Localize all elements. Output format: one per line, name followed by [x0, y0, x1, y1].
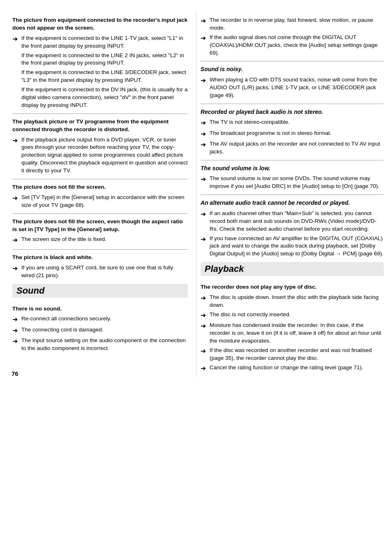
- bullet-text: If an audio channel other than "Main+Sub…: [210, 210, 384, 233]
- section-title-audio-not-stereo: Recorded or played back audio is not ste…: [201, 108, 384, 116]
- section-title-aspect: The picture does not fill the screen, ev…: [12, 218, 188, 234]
- sub-paragraph-dvin: If the equipment is connected to the DV …: [21, 86, 188, 109]
- bullet-text: The TV is not stereo-compatible.: [210, 118, 384, 126]
- arrow-icon: ➜: [201, 235, 210, 244]
- bullet-upside-down: ➜ The disc is upside down. Insert the di…: [201, 294, 384, 309]
- arrow-icon: ➜: [201, 16, 210, 25]
- section-title-picture-not-fill: The picture does not fill the screen.: [12, 183, 188, 191]
- section-sound-volume-low: The sound volume is low. ➜ The sound vol…: [201, 160, 384, 190]
- bullet-broadcast-not-stereo: ➜ The broadcast programme is not in ster…: [201, 130, 384, 139]
- section-title-picture-not-appear: The picture from equipment connected to …: [12, 16, 188, 32]
- bullet-cord-damaged: ➜ The connecting cord is damaged.: [12, 326, 188, 335]
- bullet-audio-channel: ➜ If an audio channel other than "Main+S…: [201, 210, 384, 233]
- bullet-text: The disc is not correctly inserted.: [210, 311, 384, 319]
- bullet-volume-low: ➜ The sound volume is low on some DVDs. …: [201, 175, 384, 190]
- sound-category-title: Sound: [16, 285, 44, 296]
- arrow-icon: ➜: [201, 322, 210, 331]
- arrow-icon: ➜: [201, 294, 210, 303]
- section-title-playback-distorted: The playback picture or TV programme fro…: [12, 118, 188, 134]
- section-playback-distorted: The playback picture or TV programme fro…: [12, 114, 188, 175]
- arrow-icon: ➜: [201, 347, 210, 356]
- bullet-text: If the audio signal does not come throug…: [210, 34, 384, 57]
- sub-paragraph-line2in: If the equipment is connected to the LIN…: [21, 52, 188, 67]
- bullet-text: Re-connect all connections securely.: [21, 315, 188, 323]
- arrow-icon: ➜: [201, 210, 210, 219]
- bullet-av-amplifier: ➜ If you have connected an AV amplifier …: [201, 235, 384, 258]
- playback-category-title: Playback: [205, 264, 244, 274]
- arrow-icon: ➜: [201, 311, 210, 320]
- section-sound-noisy: Sound is noisy. ➜ When playing a CD with…: [201, 61, 384, 99]
- arrow-icon: ➜: [201, 130, 210, 139]
- section-title-no-sound: There is no sound.: [12, 305, 188, 313]
- bullet-text: If you have connected an AV amplifier to…: [210, 235, 384, 258]
- arrow-icon: ➜: [201, 118, 210, 127]
- arrow-icon: ➜: [12, 136, 21, 145]
- bullet-text: If the equipment is connected to the LIN…: [21, 35, 188, 50]
- bullet-cancel-rating: ➜ Cancel the rating function or change t…: [201, 364, 384, 373]
- page-number: 76: [12, 370, 18, 377]
- section-audio-not-stereo: Recorded or played back audio is not ste…: [201, 104, 384, 156]
- bullet-screen-fixed: ➜ The screen size of the title is fixed.: [12, 236, 188, 245]
- section-black-white: The picture is black and white. ➜ If you…: [12, 249, 188, 280]
- arrow-icon: ➜: [12, 35, 21, 44]
- bullet-reconnect: ➜ Re-connect all connections securely.: [12, 315, 188, 324]
- section-title-sound-noisy: Sound is noisy.: [201, 65, 384, 74]
- arrow-icon: ➜: [12, 326, 21, 335]
- bullet-text: The recorder is in reverse play, fast fo…: [210, 16, 384, 32]
- bullet-audio-signal: ➜ If the audio signal does not come thro…: [201, 34, 384, 57]
- section-title-sound-volume-low: The sound volume is low.: [201, 164, 384, 173]
- arrow-icon: ➜: [12, 236, 21, 245]
- section-title-not-play-disc: The recorder does not play any type of d…: [201, 283, 384, 291]
- arrow-icon: ➜: [201, 175, 210, 184]
- section-alternate-audio: An alternate audio track cannot be recor…: [201, 195, 384, 258]
- bullet-text: The screen size of the title is fixed.: [21, 236, 188, 243]
- left-column: The picture from equipment connected to …: [8, 12, 196, 377]
- bullet-scart: ➜ If you are using a SCART cord, be sure…: [12, 264, 188, 280]
- bullet-tv-not-stereo: ➜ The TV is not stereo-compatible.: [201, 118, 384, 127]
- section-no-sound: There is no sound. ➜ Re-connect all conn…: [12, 301, 188, 352]
- bullet-line-1tv: ➜ If the equipment is connected to the L…: [12, 35, 188, 50]
- bullet-disc-recorded-other: ➜ If the disc was recorded on another re…: [201, 347, 384, 362]
- bullet-reverse-play: ➜ The recorder is in reverse play, fast …: [201, 16, 384, 32]
- bullet-text: If you are using a SCART cord, be sure t…: [21, 264, 188, 280]
- section-not-play-disc: The recorder does not play any type of d…: [201, 279, 384, 373]
- sound-category-box: Sound: [12, 284, 188, 298]
- bullet-text: The sound volume is low on some DVDs. Th…: [210, 175, 384, 190]
- bullet-text: The AV output jacks on the recorder are …: [210, 140, 384, 156]
- bullet-picture-not-fill: ➜ Set [TV Type] in the [General] setup i…: [12, 194, 188, 209]
- bullet-text: The connecting cord is damaged.: [21, 326, 188, 334]
- bullet-text: The disc is upside down. Insert the disc…: [210, 294, 384, 309]
- bullet-text: Cancel the rating function or change the…: [210, 364, 384, 372]
- bullet-text: The broadcast programme is not in stereo…: [210, 130, 384, 137]
- bullet-text: The input source setting on the audio co…: [21, 337, 188, 352]
- section-title-black-white: The picture is black and white.: [12, 254, 188, 262]
- arrow-icon: ➜: [201, 140, 210, 149]
- bullet-text: When playing a CD with DTS sound tracks,…: [210, 76, 384, 100]
- section-picture-not-fill-aspect: The picture does not fill the screen, ev…: [12, 213, 188, 245]
- bullet-text: Moisture has condensed inside the record…: [210, 322, 384, 345]
- right-column: ➜ The recorder is in reverse play, fast …: [196, 12, 384, 377]
- bullet-playback-distorted: ➜ If the playback picture output from a …: [12, 136, 188, 175]
- bullet-text: If the playback picture output from a DV…: [21, 136, 188, 175]
- bullet-text: If the disc was recorded on another reco…: [210, 347, 384, 362]
- arrow-icon: ➜: [12, 337, 21, 346]
- arrow-icon: ➜: [12, 264, 21, 273]
- bullet-dts: ➜ When playing a CD with DTS sound track…: [201, 76, 384, 100]
- section-reverse-play: ➜ The recorder is in reverse play, fast …: [201, 12, 384, 57]
- arrow-icon: ➜: [201, 364, 210, 373]
- arrow-icon: ➜: [12, 315, 21, 324]
- section-picture-not-appear: The picture from equipment connected to …: [12, 12, 188, 109]
- bullet-moisture: ➜ Moisture has condensed inside the reco…: [201, 322, 384, 345]
- arrow-icon: ➜: [12, 194, 21, 203]
- bullet-av-output-not-connected: ➜ The AV output jacks on the recorder ar…: [201, 140, 384, 156]
- section-title-alternate-audio: An alternate audio track cannot be recor…: [201, 199, 384, 207]
- arrow-icon: ➜: [201, 76, 210, 85]
- bullet-not-inserted: ➜ The disc is not correctly inserted.: [201, 311, 384, 320]
- sub-paragraph-line3: If the equipment is connected to the LIN…: [21, 69, 188, 84]
- arrow-icon: ➜: [201, 34, 210, 43]
- section-picture-not-fill: The picture does not fill the screen. ➜ …: [12, 179, 188, 209]
- bullet-input-source: ➜ The input source setting on the audio …: [12, 337, 188, 352]
- playback-category-box: Playback: [201, 262, 384, 276]
- bullet-text: Set [TV Type] in the [General] setup in …: [21, 194, 188, 209]
